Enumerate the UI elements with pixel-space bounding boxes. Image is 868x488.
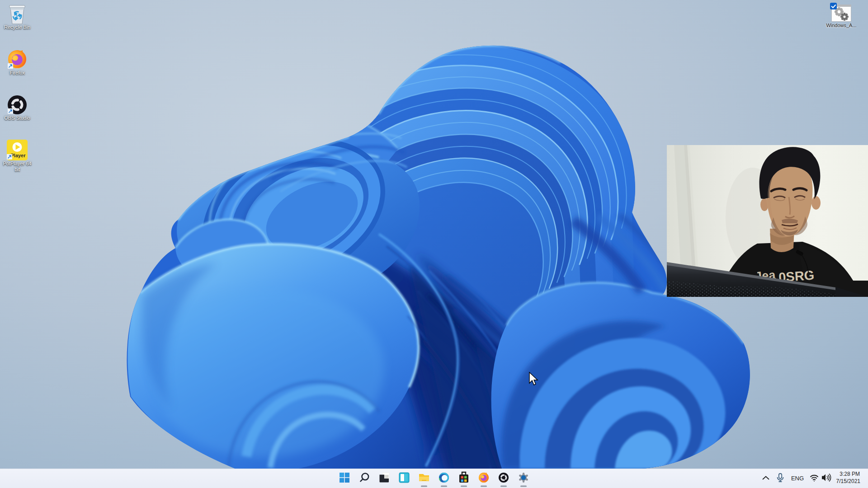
svg-text:7/15/2021: 7/15/2021 — [836, 478, 861, 484]
svg-text:ENG: ENG — [791, 475, 804, 482]
svg-text:Player: Player — [10, 153, 26, 158]
svg-text:3:28 PM: 3:28 PM — [840, 471, 860, 477]
